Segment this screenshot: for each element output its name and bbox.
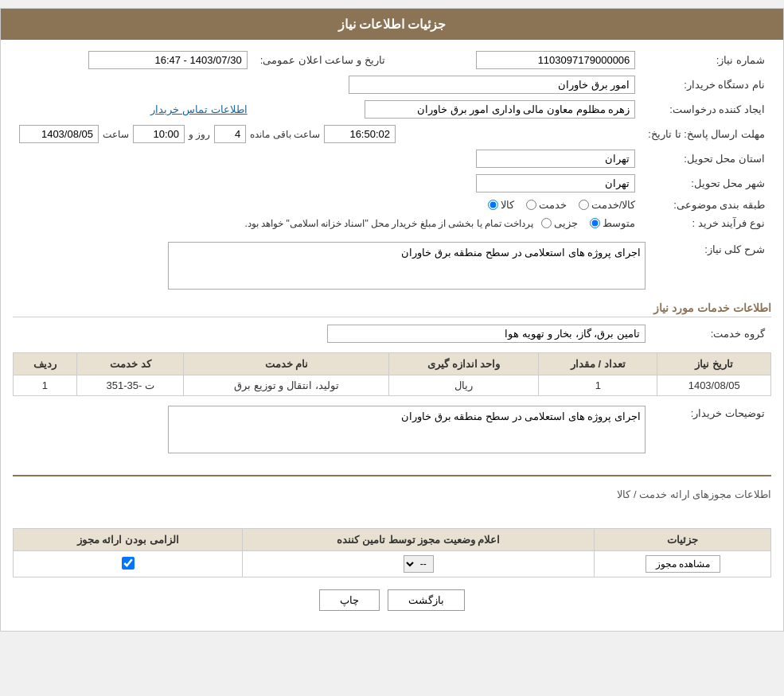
- col-status: اعلام وضعیت مجوز توسط تامین کننده: [243, 529, 595, 551]
- services-header-row: تاریخ نیاز تعداد / مقدار واحد اندازه گیر…: [14, 353, 771, 375]
- buyer-org-label: نام دستگاه خریدار:: [642, 72, 771, 97]
- date-input[interactable]: [19, 125, 99, 143]
- services-section-title: اطلاعات خدمات مورد نیاز: [13, 301, 771, 317]
- service-group-label: گروه خدمت:: [652, 321, 771, 346]
- page-title: جزئیات اطلاعات نیاز: [338, 17, 447, 31]
- description-form-table: شرح کلی نیاز: document.querySelector('[d…: [13, 239, 771, 295]
- row-num: 1: [14, 375, 77, 396]
- permission-mandatory-cell: [14, 551, 243, 577]
- contact-link[interactable]: اطلاعات تماس خریدار: [150, 103, 247, 115]
- days-label: روز و: [189, 129, 210, 140]
- service-group-input[interactable]: [327, 325, 646, 343]
- deadline-value: ساعت باقی مانده روز و ساعت: [13, 122, 642, 146]
- category-option-3[interactable]: کالا/خدمت: [579, 199, 636, 211]
- permissions-table: جزئیات اعلام وضعیت مجوز توسط تامین کننده…: [13, 528, 771, 577]
- deadline-row: مهلت ارسال پاسخ: تا تاریخ: ساعت باقی مان…: [13, 122, 771, 146]
- col-mandatory: الزامی بودن ارائه مجوز: [14, 529, 243, 551]
- time-label: ساعت: [103, 129, 129, 140]
- process-value: متوسط جزیی پرداخت تمام یا بخشی از مبلغ خ…: [13, 214, 642, 232]
- need-number-row: شماره نیاز: تاریخ و ساعت اعلان عمومی:: [13, 48, 771, 72]
- time-input[interactable]: [133, 125, 185, 143]
- main-content: شماره نیاز: تاریخ و ساعت اعلان عمومی: نا…: [1, 40, 783, 631]
- need-description-label: شرح کلی نیاز:: [652, 239, 771, 295]
- permissions-header: جزئیات اعلام وضعیت مجوز توسط تامین کننده…: [14, 529, 771, 551]
- city-input[interactable]: [476, 174, 635, 192]
- view-permission-button[interactable]: مشاهده مجوز: [646, 555, 720, 573]
- process-option-1[interactable]: جزیی: [541, 217, 578, 229]
- notes-form-table: توضیحات خریدار: document.querySelector('…: [13, 402, 771, 459]
- table-row: 1403/08/05 1 ریال تولید، انتقال و توزیع …: [14, 375, 771, 396]
- row-service-name: تولید، انتقال و توزیع برق: [184, 375, 389, 396]
- category-option-1[interactable]: کالا: [488, 199, 514, 211]
- info-form-table: شماره نیاز: تاریخ و ساعت اعلان عمومی: نا…: [13, 48, 771, 232]
- process-note: پرداخت تمام یا بخشی از مبلغ خریدار محل "…: [244, 218, 533, 229]
- announcement-date-label: تاریخ و ساعت اعلان عمومی:: [254, 48, 401, 72]
- page-header: جزئیات اطلاعات نیاز: [1, 9, 783, 40]
- footer-buttons: بازگشت چاپ: [13, 577, 771, 623]
- row-need-date: 1403/08/05: [657, 375, 771, 396]
- province-input[interactable]: [476, 150, 635, 168]
- response-deadline-label: مهلت ارسال پاسخ: تا تاریخ:: [642, 122, 771, 146]
- row-service-code: ت -35-351: [76, 375, 184, 396]
- print-button[interactable]: چاپ: [319, 589, 380, 611]
- page-wrapper: جزئیات اطلاعات نیاز شماره نیاز: تاریخ و …: [0, 8, 784, 632]
- permission-details-cell: مشاهده مجوز: [595, 551, 771, 577]
- back-button[interactable]: بازگشت: [388, 589, 465, 611]
- permission-status-cell: --: [243, 551, 595, 577]
- buyer-org-value: [13, 72, 642, 97]
- col-service-name: نام خدمت: [184, 353, 389, 375]
- province-label: استان محل تحویل:: [642, 146, 771, 171]
- col-row-num: ردیف: [14, 353, 77, 375]
- mandatory-checkbox[interactable]: [122, 557, 135, 570]
- services-table: تاریخ نیاز تعداد / مقدار واحد اندازه گیر…: [13, 352, 771, 396]
- buyer-notes-textarea[interactable]: [168, 406, 646, 453]
- city-value: [13, 171, 642, 196]
- row-unit: ریال: [389, 375, 539, 396]
- remaining-label: ساعت باقی مانده: [250, 129, 320, 140]
- city-row: شهر محل تحویل:: [13, 171, 771, 196]
- need-number-value: [401, 48, 642, 72]
- province-value: [13, 146, 642, 171]
- process-option-2[interactable]: متوسط: [590, 217, 635, 229]
- creator-input[interactable]: [365, 100, 635, 119]
- category-label: طبقه بندی موضوعی:: [642, 196, 771, 214]
- category-row: طبقه بندی موضوعی: کالا/خدمت خدمت کالا: [13, 196, 771, 214]
- description-row: شرح کلی نیاز: document.querySelector('[d…: [13, 239, 771, 295]
- services-table-header: تاریخ نیاز تعداد / مقدار واحد اندازه گیر…: [14, 353, 771, 375]
- col-need-date: تاریخ نیاز: [657, 353, 771, 375]
- process-type-label: نوع فرآیند خرید :: [642, 214, 771, 232]
- permissions-section-title: اطلاعات مجوزهای ارائه خدمت / کالا: [13, 484, 771, 504]
- need-number-input[interactable]: [476, 51, 635, 69]
- buyer-org-input[interactable]: [349, 76, 635, 94]
- permission-status-select[interactable]: --: [404, 555, 434, 573]
- deadline-date-row: ساعت باقی مانده روز و ساعت: [19, 125, 635, 143]
- section-divider: [13, 475, 771, 476]
- creator-row: ایجاد کننده درخواست: اطلاعات تماس خریدار: [13, 97, 771, 122]
- row-quantity: 1: [539, 375, 657, 396]
- creator-value: [254, 97, 642, 122]
- services-table-body: 1403/08/05 1 ریال تولید، انتقال و توزیع …: [14, 375, 771, 396]
- col-unit: واحد اندازه گیری: [389, 353, 539, 375]
- permissions-header-row: جزئیات اعلام وضعیت مجوز توسط تامین کننده…: [14, 529, 771, 551]
- days-input[interactable]: [214, 125, 246, 143]
- province-row: استان محل تحویل:: [13, 146, 771, 171]
- announcement-date-input[interactable]: [88, 51, 248, 69]
- buyer-notes-label: توضیحات خریدار:: [652, 402, 771, 459]
- creator-label: ایجاد کننده درخواست:: [642, 97, 771, 122]
- col-details: جزئیات: [595, 529, 771, 551]
- category-radio-group: کالا/خدمت خدمت کالا: [488, 199, 636, 211]
- notes-row: توضیحات خریدار: document.querySelector('…: [13, 402, 771, 459]
- need-description-value: document.querySelector('[data-name="need…: [13, 239, 652, 295]
- city-label: شهر محل تحویل:: [642, 171, 771, 196]
- process-radio-group: متوسط جزیی: [541, 217, 635, 229]
- announcement-date-value: [13, 48, 254, 72]
- process-row: نوع فرآیند خرید : متوسط جزیی: [13, 214, 771, 232]
- col-service-code: کد خدمت: [76, 353, 184, 375]
- permissions-body: مشاهده مجوز --: [14, 551, 771, 577]
- category-option-2[interactable]: خدمت: [526, 199, 567, 211]
- need-number-label: شماره نیاز:: [642, 48, 771, 72]
- remaining-time-input[interactable]: [324, 125, 396, 143]
- service-group-table: گروه خدمت:: [13, 321, 771, 346]
- category-value: کالا/خدمت خدمت کالا: [13, 196, 642, 214]
- need-description-textarea[interactable]: [168, 242, 646, 290]
